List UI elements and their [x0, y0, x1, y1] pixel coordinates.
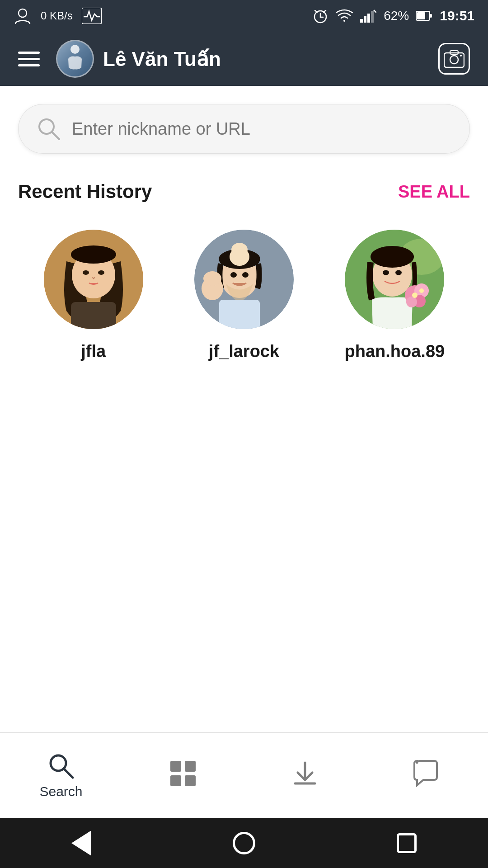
app-header: Lê Văn Tuấn — [0, 32, 488, 86]
avatar-jflarock — [194, 230, 294, 329]
svg-rect-52 — [170, 761, 181, 772]
header-username: Lê Văn Tuấn — [103, 47, 221, 71]
svg-rect-3 — [360, 19, 363, 23]
avatar-jfla — [44, 230, 143, 329]
svg-point-23 — [98, 270, 104, 275]
svg-rect-5 — [367, 14, 370, 23]
profiles-row: jfla — [0, 221, 488, 361]
svg-rect-32 — [219, 300, 260, 329]
svg-point-25 — [71, 245, 116, 264]
profile-name-phanhoa: phan.hoa.89 — [344, 342, 445, 361]
svg-point-0 — [19, 9, 27, 17]
android-recent-button[interactable] — [393, 830, 420, 857]
see-all-button[interactable]: SEE ALL — [398, 182, 470, 202]
search-nav-icon — [47, 752, 75, 779]
bottom-nav: Search — [0, 732, 488, 818]
search-section — [0, 86, 488, 167]
signal-icon — [360, 9, 376, 23]
android-back-button[interactable] — [68, 830, 95, 857]
svg-point-49 — [419, 288, 424, 293]
android-home-button[interactable] — [230, 830, 258, 857]
user-icon — [14, 7, 32, 25]
nav-chat[interactable] — [366, 760, 488, 792]
search-icon — [37, 117, 61, 141]
home-icon — [233, 832, 255, 854]
avatar-phanhoa — [345, 230, 444, 329]
recent-history-title: Recent History — [18, 181, 152, 203]
nav-search[interactable]: Search — [0, 752, 122, 799]
svg-point-47 — [406, 297, 417, 307]
recent-icon — [397, 833, 417, 853]
profile-card-jflarock[interactable]: jf_larock — [169, 230, 319, 361]
avatar-image — [57, 41, 93, 76]
svg-rect-4 — [364, 16, 366, 23]
svg-rect-24 — [71, 302, 116, 329]
camera-button[interactable] — [438, 43, 470, 75]
alarm-icon — [312, 8, 328, 24]
profile-card-jfla[interactable]: jfla — [18, 230, 169, 361]
profile-button[interactable]: Lê Văn Tuấn — [56, 40, 221, 78]
svg-rect-54 — [170, 775, 181, 786]
nav-grid[interactable] — [122, 760, 244, 792]
status-bar: 0 KB/s 62% — [0, 0, 488, 32]
status-right: 62% 19:51 — [312, 8, 474, 24]
svg-point-11 — [70, 45, 80, 54]
search-input[interactable] — [72, 119, 451, 139]
svg-point-36 — [231, 243, 248, 256]
search-box[interactable] — [18, 104, 470, 154]
svg-point-13 — [450, 56, 458, 64]
android-nav-bar — [0, 818, 488, 868]
svg-rect-9 — [417, 12, 425, 19]
svg-line-51 — [64, 769, 73, 778]
battery-percent: 62% — [384, 9, 409, 23]
download-nav-icon — [291, 760, 319, 787]
camera-icon — [444, 50, 465, 68]
svg-rect-53 — [185, 761, 196, 772]
header-left: Lê Văn Tuấn — [18, 40, 221, 78]
svg-point-42 — [383, 270, 389, 275]
svg-point-41 — [371, 246, 414, 268]
svg-point-43 — [395, 270, 402, 275]
wifi-icon — [336, 9, 353, 23]
menu-button[interactable] — [18, 52, 40, 66]
profile-name-jflarock: jf_larock — [209, 342, 279, 361]
svg-line-7 — [374, 10, 376, 13]
svg-point-22 — [83, 270, 89, 275]
svg-line-17 — [52, 132, 59, 139]
chat-nav-icon — [413, 760, 441, 787]
svg-point-15 — [460, 55, 462, 57]
svg-point-31 — [242, 272, 249, 278]
svg-rect-10 — [430, 14, 432, 18]
svg-point-48 — [412, 292, 418, 298]
nav-download[interactable] — [244, 760, 366, 792]
activity-icon — [82, 8, 102, 24]
svg-point-30 — [230, 272, 237, 278]
battery-icon — [416, 10, 432, 21]
header-avatar — [56, 40, 94, 78]
time: 19:51 — [440, 8, 474, 24]
status-left: 0 KB/s — [14, 7, 102, 25]
svg-point-34 — [203, 271, 221, 286]
network-speed: 0 KB/s — [41, 9, 73, 23]
recent-history-header: Recent History SEE ALL — [0, 167, 488, 221]
svg-rect-55 — [185, 775, 196, 786]
profile-name-jfla: jfla — [81, 342, 106, 361]
profile-card-phanhoa[interactable]: phan.hoa.89 — [319, 230, 470, 361]
svg-rect-6 — [371, 11, 374, 23]
grid-nav-icon — [169, 760, 197, 787]
nav-search-label: Search — [39, 784, 82, 799]
back-icon — [71, 830, 91, 856]
